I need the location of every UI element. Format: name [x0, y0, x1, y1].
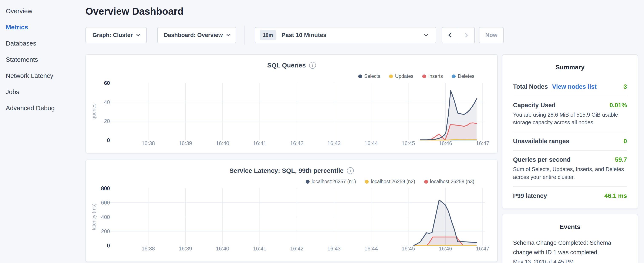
- svg-text:16:40: 16:40: [216, 140, 229, 146]
- summary-label: P99 latency: [513, 192, 547, 199]
- chart-legend: localhost:26257 (n1)localhost:26259 (n2)…: [306, 179, 474, 184]
- svg-text:16:43: 16:43: [328, 140, 341, 146]
- chevron-down-icon: [424, 33, 428, 36]
- svg-text:16:46: 16:46: [439, 245, 452, 251]
- legend-item-selects[interactable]: Selects: [358, 73, 380, 79]
- legend-dot-icon: [306, 180, 310, 184]
- sidebar-item-advanced-debug[interactable]: Advanced Debug: [0, 100, 85, 116]
- controls-divider: [244, 26, 244, 45]
- sidebar-item-databases[interactable]: Databases: [0, 35, 85, 52]
- summary-row: Unavailable ranges0: [513, 132, 627, 150]
- summary-title: Summary: [513, 55, 627, 71]
- legend-dot-icon: [365, 180, 369, 184]
- legend-dot-icon: [358, 75, 362, 78]
- summary-link[interactable]: View nodes list: [552, 83, 596, 90]
- summary-panel: Summary Total NodesView nodes list3Capac…: [502, 54, 638, 209]
- svg-text:16:38: 16:38: [142, 245, 155, 251]
- chart-card-service-latency-sql-99th-percentile: Service Latency: SQL, 99th percentileilo…: [86, 160, 498, 262]
- time-pager: [442, 27, 475, 43]
- svg-text:16:47: 16:47: [476, 245, 489, 251]
- time-range-selector[interactable]: 10m Past 10 Minutes: [255, 27, 436, 43]
- svg-text:16:44: 16:44: [364, 140, 378, 146]
- summary-value: 3: [624, 83, 627, 90]
- svg-text:16:45: 16:45: [402, 245, 415, 251]
- svg-text:0: 0: [107, 242, 110, 248]
- legend-item-localhost-26258-n3[interactable]: localhost:26258 (n3): [424, 179, 474, 184]
- sidebar-nav: OverviewMetricsDatabasesStatementsNetwor…: [0, 3, 85, 116]
- svg-text:16:47: 16:47: [476, 140, 489, 146]
- legend-item-localhost-26259-n2[interactable]: localhost:26259 (n2): [365, 179, 415, 184]
- svg-text:16:41: 16:41: [253, 140, 266, 146]
- summary-row: Total NodesView nodes list3: [513, 78, 627, 96]
- chart-plot-service-latency-sql-99th-percentile[interactable]: 020040060080016:3816:3916:4016:4116:4216…: [92, 184, 492, 257]
- legend-label: Selects: [364, 73, 380, 79]
- summary-label: Queries per second: [513, 156, 571, 163]
- summary-row: P99 latency46.1 ms: [513, 186, 627, 205]
- legend-item-inserts[interactable]: Inserts: [422, 73, 443, 79]
- summary-row: Queries per second59.7Sum of Selects, Up…: [513, 150, 627, 186]
- summary-value: 0: [624, 138, 627, 145]
- info-icon[interactable]: i: [347, 167, 354, 174]
- legend-item-localhost-26257-n1[interactable]: localhost:26257 (n1): [306, 179, 356, 184]
- y-axis-unit-label: queries: [92, 103, 96, 119]
- svg-text:60: 60: [104, 80, 110, 86]
- legend-item-updates[interactable]: Updates: [389, 73, 413, 79]
- chart-title: Service Latency: SQL, 99th percentile: [230, 167, 344, 174]
- svg-text:0: 0: [107, 137, 110, 143]
- chart-title: SQL Queries: [267, 62, 306, 69]
- svg-text:16:43: 16:43: [328, 245, 341, 251]
- graph-dropdown-label: Graph: Cluster: [92, 32, 133, 39]
- graph-dropdown[interactable]: Graph: Cluster: [86, 27, 147, 43]
- events-title: Events: [513, 214, 627, 230]
- summary-value: 0.01%: [610, 102, 627, 109]
- sidebar-item-overview[interactable]: Overview: [0, 3, 85, 19]
- dashboard-dropdown-label: Dashboard: Overview: [164, 32, 223, 39]
- page-title: Overview Dashboard: [86, 6, 184, 17]
- svg-text:16:42: 16:42: [290, 140, 304, 146]
- chart-legend: SelectsUpdatesInsertsDeletes: [358, 73, 474, 79]
- svg-text:16:38: 16:38: [142, 140, 155, 146]
- svg-text:16:44: 16:44: [364, 245, 378, 251]
- legend-label: Inserts: [428, 73, 443, 79]
- svg-text:16:45: 16:45: [402, 140, 415, 146]
- y-axis-unit-label: latency (ms): [92, 203, 96, 230]
- chevron-right-icon: [463, 33, 468, 37]
- sidebar-item-metrics[interactable]: Metrics: [0, 19, 85, 35]
- summary-description: Sum of Selects, Updates, Inserts, and De…: [513, 165, 627, 181]
- info-icon[interactable]: i: [309, 62, 316, 69]
- legend-label: localhost:26258 (n3): [430, 179, 474, 184]
- summary-label: Unavailable ranges: [513, 138, 569, 145]
- event-timestamp: May 13, 2020 at 4:45 PM: [513, 259, 627, 263]
- sidebar-item-statements[interactable]: Statements: [0, 52, 85, 68]
- time-window-label: Past 10 Minutes: [282, 32, 326, 39]
- svg-text:600: 600: [101, 200, 110, 205]
- legend-label: Updates: [395, 73, 413, 79]
- svg-text:16:39: 16:39: [179, 140, 192, 146]
- sidebar-item-jobs[interactable]: Jobs: [0, 84, 85, 100]
- event-item[interactable]: Schema Change Completed: Schema change w…: [513, 238, 627, 263]
- legend-label: Deletes: [458, 73, 474, 79]
- summary-value: 46.1 ms: [604, 192, 627, 199]
- chevron-left-icon: [448, 33, 453, 37]
- svg-text:20: 20: [104, 118, 110, 124]
- legend-dot-icon: [424, 180, 428, 184]
- next-timewindow-button[interactable]: [458, 28, 474, 43]
- svg-text:16:46: 16:46: [439, 140, 452, 146]
- chart-card-sql-queries: SQL QueriesiSelectsUpdatesInsertsDeletes…: [86, 54, 498, 153]
- summary-row: Capacity Used0.01%You are using 28.6 MiB…: [513, 96, 627, 132]
- legend-dot-icon: [422, 75, 426, 78]
- dashboard-dropdown[interactable]: Dashboard: Overview: [157, 27, 236, 43]
- chevron-down-icon: [136, 32, 140, 36]
- event-message: Schema Change Completed: Schema change w…: [513, 238, 627, 257]
- now-button[interactable]: Now: [479, 27, 504, 43]
- legend-label: localhost:26257 (n1): [312, 179, 356, 184]
- prev-timewindow-button[interactable]: [442, 28, 458, 43]
- sidebar-item-network-latency[interactable]: Network Latency: [0, 68, 85, 84]
- legend-item-deletes[interactable]: Deletes: [452, 73, 474, 79]
- chart-plot-sql-queries[interactable]: 020406016:3816:3916:4016:4116:4216:4316:…: [92, 79, 492, 151]
- summary-value: 59.7: [615, 156, 627, 163]
- summary-label: Total Nodes: [513, 83, 548, 90]
- svg-text:200: 200: [101, 228, 110, 234]
- summary-description: You are using 28.6 MiB of 515.9 GiB usab…: [513, 111, 627, 126]
- svg-text:16:39: 16:39: [179, 245, 192, 251]
